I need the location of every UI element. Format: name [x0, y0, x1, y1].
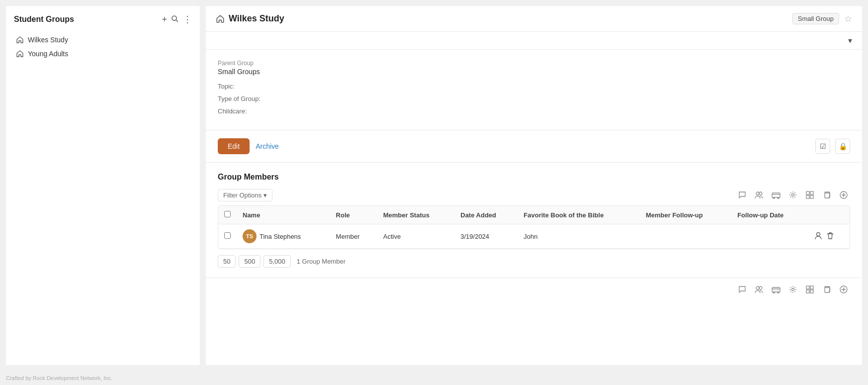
sidebar: Student Groups + ⋮ Wilkes Study: [6, 6, 200, 365]
row-checkbox[interactable]: [224, 232, 231, 239]
home-icon: [16, 36, 24, 44]
checkbox-icon: ☑: [820, 142, 826, 150]
grid-icon[interactable]: [803, 189, 816, 201]
col-actions: [809, 206, 850, 224]
bottom-chat-icon[interactable]: [736, 283, 749, 296]
star-button[interactable]: ☆: [844, 13, 852, 24]
sidebar-item-young-adults[interactable]: Young Adults: [14, 47, 192, 61]
sidebar-title: Student Groups: [14, 15, 74, 24]
collapse-button[interactable]: ▾: [848, 36, 852, 45]
group-count: 1 Group Member: [297, 258, 346, 265]
row-actions-cell: [809, 224, 850, 249]
filter-options-label: Filter Options: [223, 192, 261, 199]
col-followup-date: Follow-up Date: [731, 206, 808, 224]
svg-rect-26: [810, 290, 813, 293]
svg-rect-24: [810, 286, 813, 289]
row-followup-cell: [640, 224, 731, 249]
svg-point-3: [759, 192, 762, 195]
childcare-label: Childcare:: [218, 107, 247, 115]
page-size-50[interactable]: 50: [218, 255, 236, 268]
add-group-button[interactable]: +: [162, 14, 167, 25]
members-table: Name Role Member Status Date Added Favor…: [218, 205, 850, 249]
toolbar-icons: [736, 189, 850, 201]
group-icon[interactable]: [753, 189, 766, 201]
row-name-cell: TS Tina Stephens: [237, 224, 330, 249]
group-members-title: Group Members: [218, 173, 850, 182]
svg-point-16: [816, 232, 820, 236]
bottom-gear-icon[interactable]: [786, 283, 799, 296]
small-group-badge: Small Group: [792, 13, 839, 24]
row-book-cell: John: [518, 224, 640, 249]
col-name: Name: [237, 206, 330, 224]
svg-point-21: [778, 292, 779, 293]
type-of-group-row: Type of Group:: [218, 95, 850, 102]
table-row: TS Tina Stephens Member Active 3/19/2024…: [218, 224, 850, 249]
content-header: Wilkes Study Small Group ☆: [206, 6, 862, 32]
sidebar-item-label: Young Adults: [28, 50, 68, 58]
parent-group-value: Small Groups: [218, 68, 850, 76]
col-member-status: Member Status: [377, 206, 455, 224]
select-all-header: [218, 206, 237, 224]
action-right: ☑ 🔒: [815, 139, 850, 154]
select-all-checkbox[interactable]: [224, 211, 231, 217]
member-name-text[interactable]: Tina Stephens: [260, 233, 301, 240]
member-name: TS Tina Stephens: [243, 229, 324, 243]
svg-rect-9: [810, 192, 813, 194]
svg-rect-19: [772, 288, 780, 292]
more-options-button[interactable]: ⋮: [183, 14, 192, 25]
lock-icon-button[interactable]: 🔒: [835, 139, 850, 154]
svg-rect-25: [806, 290, 809, 293]
bus-icon[interactable]: [770, 189, 782, 201]
archive-button[interactable]: Archive: [256, 142, 279, 150]
sidebar-items: Wilkes Study Young Adults: [14, 33, 192, 61]
gear-icon[interactable]: [786, 189, 799, 201]
svg-point-6: [778, 197, 779, 199]
lock-icon: 🔒: [839, 142, 847, 150]
search-button[interactable]: [171, 15, 179, 24]
bottom-toolbar: [206, 278, 862, 301]
row-date-cell: 3/19/2024: [454, 224, 518, 249]
copy-icon[interactable]: [820, 189, 833, 201]
topic-label: Topic:: [218, 83, 235, 90]
sidebar-item-label: Wilkes Study: [28, 36, 68, 44]
bottom-bus-icon[interactable]: [770, 283, 782, 296]
chevron-down-icon: ▾: [848, 36, 852, 45]
page-title: Wilkes Study: [229, 13, 284, 24]
childcare-row: Childcare:: [218, 107, 850, 115]
pagination-row: 50 500 5,000 1 Group Member: [218, 255, 850, 268]
chat-icon[interactable]: [736, 189, 749, 201]
delete-icon[interactable]: [827, 232, 834, 241]
checkbox-icon-button[interactable]: ☑: [815, 139, 830, 154]
edit-button[interactable]: Edit: [218, 138, 250, 154]
bottom-group-icon[interactable]: [753, 283, 766, 296]
avatar: TS: [243, 229, 257, 243]
col-date-added: Date Added: [454, 206, 518, 224]
svg-point-5: [773, 197, 775, 199]
svg-point-20: [773, 292, 775, 293]
topic-row: Topic:: [218, 83, 850, 90]
svg-rect-23: [806, 286, 809, 289]
bottom-grid-icon[interactable]: [803, 283, 816, 296]
sidebar-actions: + ⋮: [162, 14, 192, 25]
detail-section: Parent Group Small Groups Topic: Type of…: [206, 50, 862, 130]
page-size-500[interactable]: 500: [239, 255, 260, 268]
page-size-5000[interactable]: 5,000: [263, 255, 291, 268]
svg-rect-10: [806, 195, 809, 198]
add-member-icon[interactable]: [837, 189, 850, 201]
svg-rect-8: [806, 192, 809, 194]
col-member-followup: Member Follow-up: [640, 206, 731, 224]
filter-chevron-icon: ▾: [263, 192, 267, 199]
action-left: Edit Archive: [218, 138, 279, 154]
home-icon: [16, 50, 24, 58]
person-icon[interactable]: [815, 232, 822, 241]
bottom-copy-icon[interactable]: [820, 283, 833, 296]
sidebar-item-wilkes-study[interactable]: Wilkes Study: [14, 33, 192, 47]
col-role: Role: [330, 206, 377, 224]
svg-point-17: [756, 287, 759, 289]
bottom-add-icon[interactable]: [837, 283, 850, 296]
row-role-cell: Member: [330, 224, 377, 249]
content-panel: Wilkes Study Small Group ☆ ▾ Parent Grou…: [206, 6, 862, 365]
svg-rect-4: [772, 193, 780, 197]
action-section: Edit Archive ☑ 🔒: [206, 130, 862, 163]
filter-options-button[interactable]: Filter Options ▾: [218, 189, 272, 201]
